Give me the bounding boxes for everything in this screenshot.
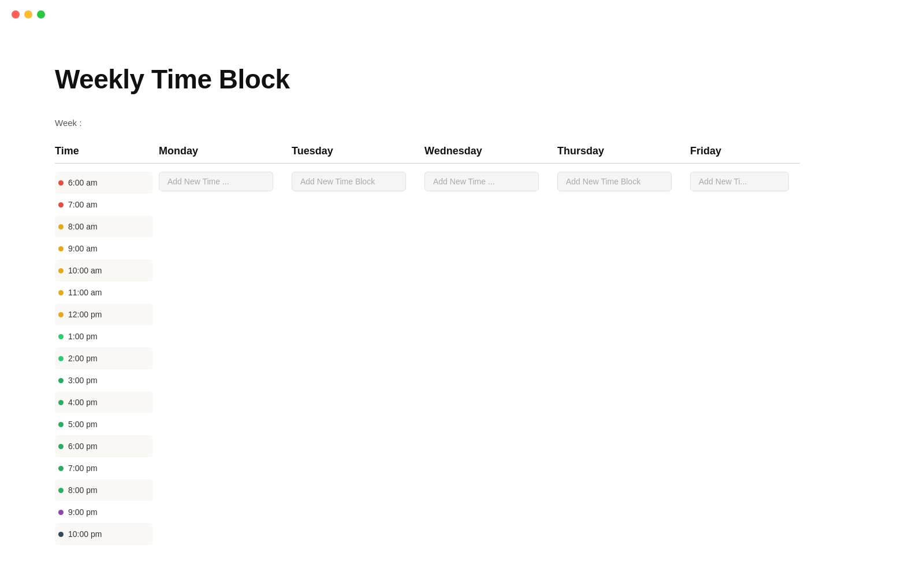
time-slot: 11:00 am [55, 281, 153, 303]
tuesday-column-header: Tuesday [286, 145, 419, 164]
time-label: 5:00 pm [68, 420, 98, 429]
time-dot-icon [58, 312, 64, 317]
close-button[interactable] [12, 10, 20, 18]
time-slot: 1:00 pm [55, 325, 153, 347]
time-label: 10:00 am [68, 266, 102, 275]
time-slot: 10:00 am [55, 260, 153, 281]
time-dot-icon [58, 180, 64, 186]
monday-header-label: Monday [159, 145, 198, 157]
wednesday-column-header: Wednesday [419, 145, 552, 164]
time-dot-icon [58, 334, 64, 339]
time-label: 6:00 pm [68, 442, 98, 451]
time-label: 9:00 pm [68, 507, 98, 517]
time-slot: 9:00 am [55, 238, 153, 260]
thursday-column-header: Thursday [552, 145, 684, 164]
thursday-column: Add New Time Block [552, 172, 684, 545]
time-dot-icon [58, 378, 64, 383]
time-label: 12:00 pm [68, 310, 102, 319]
time-dot-icon [58, 224, 64, 229]
monday-add-block-button[interactable]: Add New Time ... [159, 172, 273, 191]
time-label: 8:00 pm [68, 486, 98, 495]
time-slot: 10:00 pm [55, 523, 153, 545]
time-label: 8:00 am [68, 222, 98, 231]
time-slot: 4:00 pm [55, 391, 153, 413]
time-slot: 12:00 pm [55, 303, 153, 325]
time-dot-icon [58, 532, 64, 537]
time-dot-icon [58, 290, 64, 295]
time-slot: 7:00 am [55, 194, 153, 216]
time-dot-icon [58, 488, 64, 493]
time-slot: 5:00 pm [55, 413, 153, 435]
page-title: Weekly Time Block [55, 64, 869, 95]
time-label: 2:00 pm [68, 354, 98, 363]
time-dot-icon [58, 422, 64, 427]
time-label: 6:00 am [68, 178, 98, 187]
time-slot: 8:00 am [55, 216, 153, 238]
tuesday-add-block-button[interactable]: Add New Time Block [292, 172, 406, 191]
time-slots-column: 6:00 am7:00 am8:00 am9:00 am10:00 am11:0… [55, 172, 153, 545]
tuesday-header-label: Tuesday [292, 145, 333, 157]
wednesday-column: Add New Time ... [419, 172, 552, 545]
time-dot-icon [58, 356, 64, 361]
friday-add-block-button[interactable]: Add New Ti... [690, 172, 789, 191]
time-slot: 9:00 pm [55, 501, 153, 523]
time-label: 7:00 pm [68, 464, 98, 473]
monday-column-header: Monday [153, 145, 286, 164]
tuesday-column: Add New Time Block [286, 172, 419, 545]
friday-column: Add New Ti... [684, 172, 800, 545]
time-dot-icon [58, 202, 64, 208]
friday-column-header: Friday [684, 145, 800, 164]
time-label: 10:00 pm [68, 529, 102, 539]
time-dot-icon [58, 268, 64, 273]
time-dot-icon [58, 400, 64, 405]
time-slot: 6:00 am [55, 172, 153, 194]
time-dot-icon [58, 246, 64, 251]
wednesday-header-label: Wednesday [424, 145, 482, 157]
traffic-lights [0, 0, 924, 29]
time-dot-icon [58, 510, 64, 515]
time-slot: 3:00 pm [55, 369, 153, 391]
thursday-add-block-button[interactable]: Add New Time Block [557, 172, 672, 191]
schedule-grid: Time Monday Tuesday Wednesday Thursday F… [55, 145, 869, 545]
time-slot: 2:00 pm [55, 347, 153, 369]
time-label: 9:00 am [68, 244, 98, 253]
time-label: 1:00 pm [68, 332, 98, 341]
time-slot: 7:00 pm [55, 457, 153, 479]
time-label: 7:00 am [68, 200, 98, 209]
wednesday-add-block-button[interactable]: Add New Time ... [424, 172, 539, 191]
time-dot-icon [58, 444, 64, 449]
week-label: Week : [55, 118, 869, 128]
time-slot: 6:00 pm [55, 435, 153, 457]
friday-header-label: Friday [690, 145, 721, 157]
time-label: 11:00 am [68, 288, 102, 297]
time-slot: 8:00 pm [55, 479, 153, 501]
thursday-header-label: Thursday [557, 145, 604, 157]
time-label: 4:00 pm [68, 398, 98, 407]
maximize-button[interactable] [37, 10, 45, 18]
minimize-button[interactable] [24, 10, 32, 18]
time-header-label: Time [55, 145, 79, 157]
time-column-header: Time [55, 145, 153, 164]
time-label: 3:00 pm [68, 376, 98, 385]
time-dot-icon [58, 466, 64, 471]
monday-column: Add New Time ... [153, 172, 286, 545]
